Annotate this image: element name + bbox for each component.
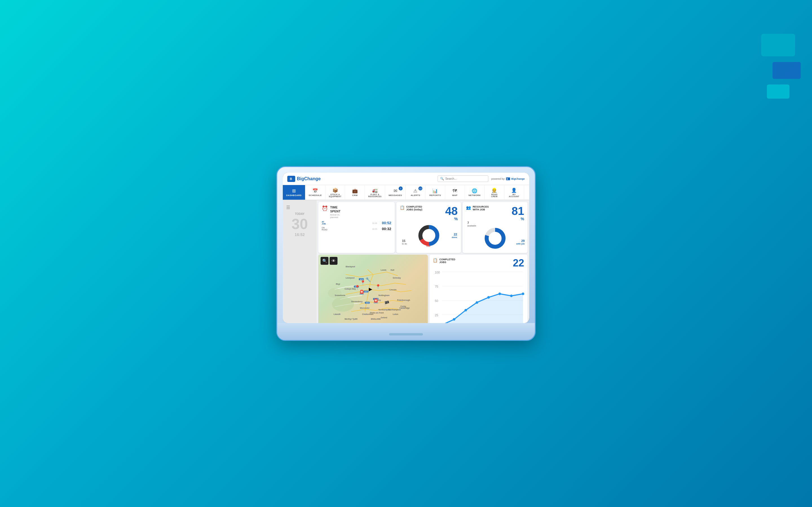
completed-jobs-chart-card: 📋 COMPLETEDJOBS 22 xyxy=(429,255,527,323)
search-input[interactable] xyxy=(445,177,485,180)
logo-area: B BigChange xyxy=(287,176,320,182)
top-bar: B BigChange 🔍 powered by: B xyxy=(283,173,529,185)
nav-item-schedule[interactable]: 📅 SCHEDULE xyxy=(305,185,325,200)
svg-point-37 xyxy=(488,296,490,298)
jobs-icon: 📋 xyxy=(400,205,405,210)
svg-point-38 xyxy=(499,293,501,295)
time-spent-title: TIMESPENT xyxy=(330,205,341,214)
completed-jobs-percent: % xyxy=(445,217,458,221)
top-bar-right: 🔍 powered by: B BigChange xyxy=(438,175,525,182)
laptop-wrapper: B BigChange 🔍 powered by: B xyxy=(276,166,536,341)
schedule-icon: 📅 xyxy=(312,188,318,193)
search-icon: 🔍 xyxy=(440,177,444,180)
nav-item-network[interactable]: 🌐 NETWORK xyxy=(465,185,485,200)
nav-item-roadcrew[interactable]: 👷 ROADCREW xyxy=(485,185,504,200)
map-roads-svg: M55 M65 M62 M54 M6 Tel xyxy=(318,255,428,323)
fleet-icon: 🚛 xyxy=(372,187,378,193)
time-spent-header: ⏰ TIMESPENT Actual vs.planned xyxy=(322,205,391,219)
laptop-outer: B BigChange 🔍 powered by: B xyxy=(276,166,536,341)
sidebar-time: 16:52 xyxy=(295,232,305,237)
chart-title: COMPLETEDJOBS xyxy=(439,258,455,264)
dashboard-icon: ⊞ xyxy=(292,188,296,193)
chart-value: 22 xyxy=(513,258,524,268)
nav-label-stock: STOCK &EQUIPMENT xyxy=(329,193,341,198)
svg-text:100: 100 xyxy=(435,270,440,274)
deco-rect-2 xyxy=(772,62,801,79)
map-marker-wrench[interactable]: 🔧 xyxy=(365,277,371,282)
nav-label-dashboard: DASHBOARD xyxy=(286,194,302,196)
alerts-badge: 12 xyxy=(418,186,422,190)
laptop-base xyxy=(277,323,535,340)
hamburger-icon[interactable]: ☰ xyxy=(286,205,290,210)
map-marker-green[interactable]: 📍 xyxy=(360,280,366,285)
jobs-done-label: 22 done xyxy=(452,232,457,238)
nav-item-messages[interactable]: ✉ MESSAGES 2 xyxy=(385,185,406,200)
donut-container-resources: 29 with job xyxy=(466,227,524,249)
nav-item-map[interactable]: 🗺 MAP xyxy=(445,185,465,200)
on-road-value: 00:32 xyxy=(380,227,391,231)
nav-label-crm: CRM xyxy=(352,194,357,196)
nav-label-map: MAP xyxy=(452,194,458,196)
app-container: B BigChange 🔍 powered by: B xyxy=(283,173,529,323)
clock-icon: ⏰ xyxy=(322,205,328,212)
screen-bezel: B BigChange 🔍 powered by: B xyxy=(283,173,529,323)
reports-icon: 📊 xyxy=(432,188,438,193)
cards-row-1: ⏰ TIMESPENT Actual vs.planned ATJOB xyxy=(318,202,527,253)
jobs-todo-label: 15 to do xyxy=(402,239,407,245)
resources-percent: % xyxy=(512,217,524,221)
map-marker-play[interactable]: ▶ xyxy=(369,286,372,292)
nav-label-network: NETWORK xyxy=(469,194,481,196)
completed-jobs-title: COMPLETEDJOBS (today) xyxy=(406,205,422,211)
map-card[interactable]: M55 M65 M62 M54 M6 Tel xyxy=(318,255,428,323)
resources-donut xyxy=(484,227,506,249)
nav-label-messages: MESSAGES xyxy=(389,194,402,196)
search-box[interactable]: 🔍 xyxy=(438,175,488,182)
deco-rect-1 xyxy=(761,34,795,56)
chart-icon: 📋 xyxy=(433,258,438,263)
map-layers-btn[interactable]: 👁 xyxy=(329,257,338,265)
deco-rect-3 xyxy=(767,84,790,99)
map-marker-flag[interactable]: 🏴 xyxy=(384,300,390,306)
resources-value: 81 xyxy=(512,205,524,217)
resources-available: 7available xyxy=(467,221,524,227)
completed-jobs-header: 📋 COMPLETEDJOBS (today) 48 % xyxy=(400,205,458,221)
nav-item-fleet[interactable]: 🚛 FLEET &RESOURCES xyxy=(365,185,385,200)
nav-label-alerts: ALERTS xyxy=(411,194,420,196)
map-marker-alert2[interactable]: 🚨 xyxy=(359,290,364,295)
svg-text:50: 50 xyxy=(435,299,439,302)
svg-point-39 xyxy=(510,295,513,297)
on-road-row: ONROAD 00:25 00:32 xyxy=(322,227,391,231)
crm-icon: 💼 xyxy=(352,188,358,193)
main-content: ☰ TODAY 30 16:52 ⏰ xyxy=(283,200,529,323)
resources-withjob-label: 29 with job xyxy=(516,239,525,245)
nav-item-dashboard[interactable]: ⊞ DASHBOARD xyxy=(283,185,305,200)
nav-label-roadcrew: ROADCREW xyxy=(491,193,498,198)
nav-item-stock[interactable]: 📦 STOCK &EQUIPMENT xyxy=(325,185,345,200)
content-area: ⏰ TIMESPENT Actual vs.planned ATJOB xyxy=(317,200,529,323)
svg-text:25: 25 xyxy=(435,314,439,317)
map-search-btn[interactable]: 🔍 xyxy=(320,257,328,265)
map-background: M55 M65 M62 M54 M6 Tel xyxy=(318,255,428,323)
svg-point-34 xyxy=(453,318,455,321)
jobs-risk-label: 8 risk xyxy=(426,241,430,247)
completed-jobs-today-card: 📋 COMPLETEDJOBS (today) 48 % xyxy=(396,202,461,253)
map-marker-pin2[interactable]: 📍 xyxy=(375,284,381,289)
on-road-label: ONROAD xyxy=(322,227,333,231)
line-chart-svg: 100 75 50 25 0 xyxy=(433,269,524,323)
at-job-row: ATJOB 00:46 00:52 xyxy=(322,221,391,225)
sidebar-day: 30 xyxy=(292,217,308,231)
nav-label-myaccount: MYACCOUNT xyxy=(509,193,519,198)
svg-point-35 xyxy=(465,309,467,312)
nav-item-crm[interactable]: 💼 CRM xyxy=(345,185,365,200)
map-controls: 🔍 👁 xyxy=(320,257,338,265)
map-marker-alert3[interactable]: 🚨 xyxy=(373,298,378,304)
nav-item-alerts[interactable]: ⚠ ALERTS 12 xyxy=(406,185,425,200)
nav-label-schedule: SCHEDULE xyxy=(309,194,322,196)
svg-point-36 xyxy=(476,301,478,304)
time-spent-card: ⏰ TIMESPENT Actual vs.planned ATJOB xyxy=(318,202,395,253)
nav-item-reports[interactable]: 📊 REPORTS xyxy=(425,185,445,200)
nav-item-myaccount[interactable]: 👤 MYACCOUNT xyxy=(504,185,524,200)
powered-by: powered by: B BigChange xyxy=(491,177,525,180)
time-spent-subtitle: Actual vs.planned xyxy=(330,214,341,219)
resources-title: RESOURCESWITH JOB xyxy=(472,205,489,211)
